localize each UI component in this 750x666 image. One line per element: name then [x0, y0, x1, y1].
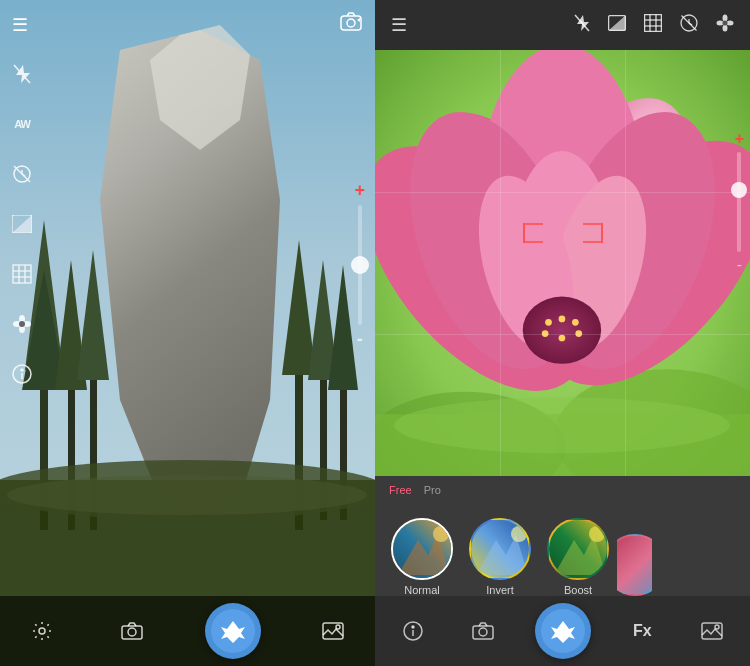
left-exposure-control: + -	[354, 180, 365, 350]
right-grid-icon[interactable]	[644, 14, 662, 36]
right-exposure-control: + -	[735, 130, 744, 274]
left-settings-icon[interactable]	[24, 613, 60, 649]
filter-label-boost: Boost	[564, 584, 592, 596]
svg-point-85	[394, 397, 730, 453]
svg-point-91	[511, 526, 527, 542]
svg-point-102	[715, 625, 719, 629]
filter-thumb-partial	[617, 534, 652, 596]
svg-point-41	[39, 628, 45, 634]
filter-label-invert: Invert	[486, 584, 514, 596]
left-top-bar: ☰	[0, 12, 375, 37]
svg-marker-27	[12, 215, 32, 233]
svg-point-94	[589, 526, 605, 542]
filter-item-normal[interactable]: Normal	[383, 518, 461, 596]
filter-label-normal: Normal	[404, 584, 439, 596]
svg-point-82	[559, 335, 566, 342]
right-viewfinder[interactable]: + -	[375, 50, 750, 476]
filter-tab-pro[interactable]: Pro	[418, 482, 447, 498]
right-info-icon[interactable]	[395, 613, 431, 649]
svg-point-80	[572, 319, 579, 326]
filter-strip: Free Pro	[375, 476, 750, 596]
effects-icon[interactable]	[8, 310, 36, 338]
right-camera-icon[interactable]	[465, 613, 501, 649]
right-exposure-minus[interactable]: -	[737, 256, 742, 274]
right-bottom-bar: Fx	[375, 596, 750, 666]
svg-point-59	[723, 25, 728, 32]
left-flip-camera-icon[interactable]	[339, 12, 363, 37]
left-exposure-minus[interactable]: -	[357, 329, 363, 350]
left-background	[0, 0, 375, 666]
right-menu-icon[interactable]: ☰	[391, 14, 407, 36]
left-camera-panel: ☰ AW	[0, 0, 375, 666]
left-shutter-button[interactable]	[205, 603, 261, 659]
left-menu-icon[interactable]: ☰	[12, 14, 28, 36]
svg-point-78	[545, 319, 552, 326]
right-effects-icon[interactable]	[716, 14, 734, 36]
svg-rect-19	[341, 16, 361, 30]
right-flash-icon[interactable]	[574, 14, 590, 36]
svg-point-62	[723, 21, 728, 26]
svg-point-83	[575, 330, 582, 337]
filter-tab-free[interactable]: Free	[383, 482, 418, 498]
filter-tabs: Free Pro	[375, 476, 750, 500]
left-gallery-icon[interactable]	[315, 613, 351, 649]
svg-point-81	[542, 330, 549, 337]
svg-point-100	[479, 628, 487, 636]
filter-thumb-invert	[469, 518, 531, 580]
svg-point-40	[21, 369, 23, 371]
svg-rect-49	[645, 15, 662, 32]
flash-off-icon[interactable]	[8, 60, 36, 88]
filter-items: Normal	[375, 500, 750, 596]
svg-point-77	[523, 297, 601, 364]
svg-marker-48	[609, 16, 626, 31]
svg-point-20	[347, 19, 355, 27]
left-toolbar: AW	[8, 60, 36, 388]
left-exposure-track[interactable]	[358, 205, 362, 325]
info-icon[interactable]	[8, 360, 36, 388]
right-shutter-button[interactable]	[535, 603, 591, 659]
auto-white-balance-icon[interactable]: AW	[8, 110, 36, 138]
right-exposure-plus[interactable]: +	[735, 130, 744, 148]
grid-icon[interactable]	[8, 260, 36, 288]
filter-item-boost[interactable]: Boost	[539, 518, 617, 596]
right-gallery-icon[interactable]	[694, 613, 730, 649]
exposure-icon[interactable]	[8, 210, 36, 238]
svg-point-45	[336, 625, 340, 629]
svg-point-18	[7, 475, 367, 515]
svg-point-61	[727, 21, 734, 26]
right-top-bar: ☰	[375, 0, 750, 50]
filter-item-invert[interactable]: Invert	[461, 518, 539, 596]
svg-rect-95	[617, 536, 652, 596]
filter-thumb-normal	[391, 518, 453, 580]
left-camera-icon[interactable]	[114, 613, 150, 649]
right-timer-icon[interactable]	[680, 14, 698, 36]
filter-item-partial[interactable]	[617, 534, 652, 596]
svg-point-58	[723, 15, 728, 22]
right-fx-button[interactable]: Fx	[624, 613, 660, 649]
svg-point-60	[717, 21, 724, 26]
svg-point-43	[128, 628, 136, 636]
filter-thumb-boost	[547, 518, 609, 580]
right-camera-panel: ☰	[375, 0, 750, 666]
right-exposure-track[interactable]	[737, 152, 741, 252]
svg-point-37	[19, 321, 25, 327]
timer-off-icon[interactable]	[8, 160, 36, 188]
left-exposure-plus[interactable]: +	[354, 180, 365, 201]
right-top-icons	[574, 14, 734, 36]
svg-point-98	[412, 626, 414, 628]
svg-point-79	[559, 316, 566, 323]
left-bottom-bar	[0, 596, 375, 666]
svg-rect-28	[13, 265, 31, 283]
svg-point-88	[433, 526, 449, 542]
right-exposure-icon[interactable]	[608, 15, 626, 35]
left-exposure-thumb[interactable]	[351, 256, 369, 274]
focus-bracket-bottom	[523, 223, 603, 303]
